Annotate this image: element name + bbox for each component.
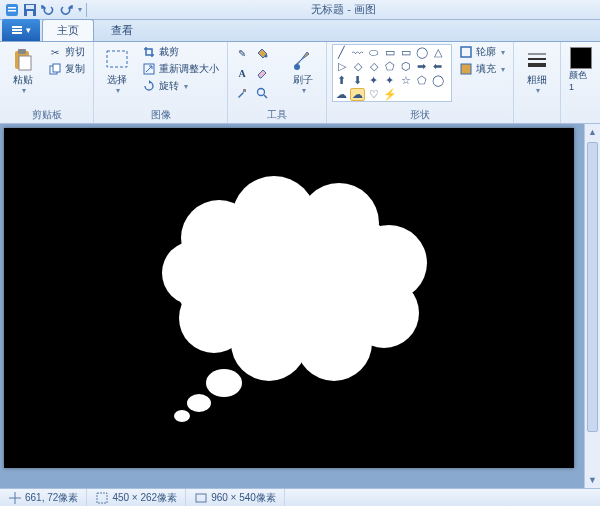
shape-item[interactable]: ▭ — [398, 46, 413, 59]
group-label — [566, 110, 600, 122]
svg-point-33 — [296, 305, 372, 381]
shapes-gallery[interactable]: ╱〰⬭▭▭◯△▷◇◇⬠⬡➡⬅⬆⬇✦✦☆⬠◯☁☁♡⚡ — [332, 44, 452, 102]
text-icon: A — [235, 66, 249, 80]
canvas[interactable] — [4, 128, 574, 468]
status-canvas-size: 960 × 540像素 — [186, 489, 285, 506]
svg-rect-11 — [18, 49, 26, 54]
app-menu-icon[interactable] — [4, 2, 20, 18]
svg-rect-8 — [12, 29, 22, 31]
svg-point-37 — [206, 369, 242, 397]
scroll-down-arrow[interactable]: ▼ — [585, 472, 600, 488]
shape-item[interactable]: ◯ — [430, 74, 445, 87]
shape-item[interactable]: ⬅ — [430, 60, 445, 73]
tab-home[interactable]: 主页 — [42, 19, 94, 41]
picker-tool[interactable] — [233, 84, 251, 102]
shape-item[interactable]: ➡ — [414, 60, 429, 73]
outline-button[interactable]: 轮廓▾ — [456, 44, 508, 60]
svg-point-19 — [258, 89, 265, 96]
shape-item[interactable]: ▷ — [334, 60, 349, 73]
select-button[interactable]: 选择▾ — [99, 44, 135, 100]
status-selection: 450 × 262像素 — [87, 489, 186, 506]
scroll-up-arrow[interactable]: ▲ — [585, 124, 600, 140]
color1-swatch — [570, 47, 592, 69]
shape-item[interactable]: 〰 — [350, 46, 365, 59]
tab-view[interactable]: 查看 — [96, 19, 148, 41]
resize-button[interactable]: 重新调整大小 — [139, 61, 222, 77]
brush-button[interactable]: 刷子▾ — [285, 44, 321, 100]
work-area: ▲ ▼ — [0, 124, 600, 488]
svg-rect-22 — [461, 47, 471, 57]
copy-button[interactable]: 复制 — [45, 61, 88, 77]
redo-icon[interactable] — [58, 2, 74, 18]
shape-item[interactable]: ⚡ — [382, 88, 397, 101]
color1-button[interactable]: 颜色 1 — [566, 44, 596, 95]
select-icon — [105, 48, 129, 72]
shape-item[interactable]: ⬡ — [398, 60, 413, 73]
shape-item[interactable]: ⬠ — [382, 60, 397, 73]
save-icon[interactable] — [22, 2, 38, 18]
svg-rect-1 — [8, 7, 16, 9]
status-cursor: 661, 72像素 — [0, 489, 87, 506]
bucket-icon — [255, 46, 269, 60]
shape-item[interactable]: ◇ — [350, 60, 365, 73]
ribbon-tabs: ▾ 主页 查看 — [0, 20, 600, 42]
undo-icon[interactable] — [40, 2, 56, 18]
paste-label: 粘贴 — [13, 74, 33, 85]
vertical-scrollbar[interactable]: ▲ ▼ — [584, 124, 600, 488]
shape-item[interactable]: ╱ — [334, 46, 349, 59]
shape-item[interactable]: ◯ — [414, 46, 429, 59]
paste-button[interactable]: 粘贴▾ — [5, 44, 41, 100]
quick-access-toolbar: ▾ — [4, 2, 82, 18]
fill-button[interactable]: 填充▾ — [456, 61, 508, 77]
shape-item[interactable]: ⬠ — [414, 74, 429, 87]
svg-point-38 — [187, 394, 211, 412]
shape-item[interactable]: ▭ — [382, 46, 397, 59]
group-label: 图像 — [99, 107, 222, 122]
status-bar: 661, 72像素 450 × 262像素 960 × 540像素 — [0, 488, 600, 506]
brush-label: 刷子 — [293, 74, 313, 85]
svg-point-39 — [174, 410, 190, 422]
shape-item[interactable]: ◇ — [366, 60, 381, 73]
fill-tool[interactable] — [253, 44, 271, 62]
resize-icon — [142, 62, 156, 76]
group-label: 工具 — [233, 107, 321, 122]
crop-icon — [142, 45, 156, 59]
svg-rect-4 — [26, 5, 34, 9]
fill-icon — [459, 62, 473, 76]
shape-item[interactable]: ☁ — [350, 88, 365, 101]
svg-rect-7 — [12, 26, 22, 28]
shape-item[interactable]: ☆ — [398, 74, 413, 87]
zoom-tool[interactable] — [253, 84, 271, 102]
shape-item[interactable]: ☁ — [334, 88, 349, 101]
svg-rect-43 — [196, 494, 206, 502]
group-shapes: ╱〰⬭▭▭◯△▷◇◇⬠⬡➡⬅⬆⬇✦✦☆⬠◯☁☁♡⚡ 轮廓▾ 填充▾ 形状 — [327, 42, 514, 123]
shape-item[interactable]: ⬭ — [366, 46, 381, 59]
cursor-position-icon — [8, 491, 21, 504]
svg-rect-5 — [27, 11, 33, 16]
qat-dropdown-icon[interactable]: ▾ — [78, 5, 82, 14]
pencil-tool[interactable]: ✎ — [233, 44, 251, 62]
shape-item[interactable]: ⬆ — [334, 74, 349, 87]
text-tool[interactable]: A — [233, 64, 251, 82]
crop-button[interactable]: 裁剪 — [139, 44, 222, 60]
rotate-button[interactable]: 旋转▾ — [139, 78, 222, 94]
shape-item[interactable]: ✦ — [382, 74, 397, 87]
svg-rect-42 — [97, 493, 107, 503]
selection-size-icon — [95, 491, 108, 504]
thought-bubble-shape[interactable] — [144, 168, 444, 428]
thickness-button[interactable]: 粗细▾ — [519, 44, 555, 100]
svg-rect-12 — [19, 56, 31, 70]
group-label — [519, 110, 555, 122]
svg-point-36 — [162, 241, 226, 305]
svg-rect-2 — [8, 10, 16, 12]
shape-item[interactable]: ♡ — [366, 88, 381, 101]
eraser-tool[interactable] — [253, 64, 271, 82]
scroll-thumb[interactable] — [587, 142, 598, 432]
cut-button[interactable]: ✂剪切 — [45, 44, 88, 60]
shape-item[interactable]: ⬇ — [350, 74, 365, 87]
shape-item[interactable]: △ — [430, 46, 445, 59]
shape-item[interactable]: ✦ — [366, 74, 381, 87]
file-menu-button[interactable]: ▾ — [2, 19, 40, 41]
canvas-size-icon — [194, 491, 207, 504]
brush-icon — [291, 48, 315, 72]
